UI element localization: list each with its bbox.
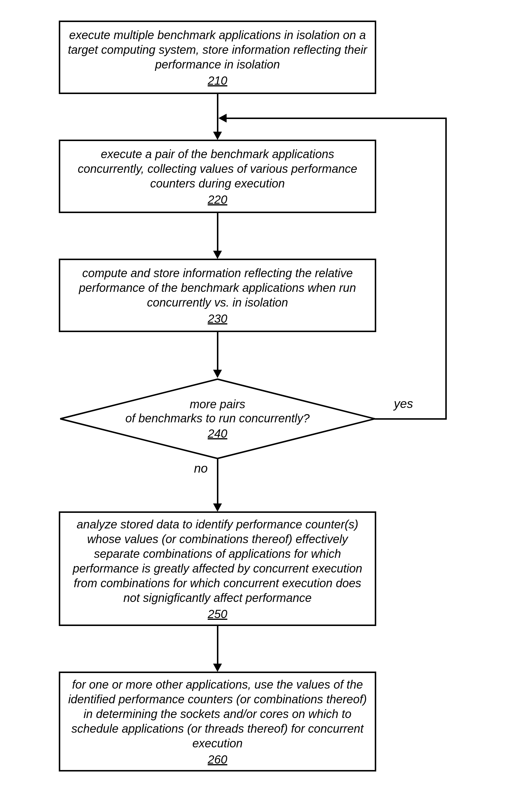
- feedback-v: [445, 118, 447, 420]
- box-250-num: 250: [208, 607, 228, 621]
- box-230: compute and store information reflecting…: [59, 259, 376, 332]
- arrow-240-250: [217, 458, 219, 504]
- box-220-text: execute a pair of the benchmark applicat…: [66, 147, 369, 191]
- box-260-num: 260: [208, 753, 228, 766]
- box-230-text: compute and store information reflecting…: [66, 266, 369, 310]
- box-250: analyze stored data to identify performa…: [59, 511, 376, 626]
- decision-240-content: more pairs of benchmarks to run concurre…: [59, 378, 376, 460]
- arrow-head-230-240: [213, 370, 222, 378]
- box-210-num: 210: [208, 74, 228, 87]
- box-250-text: analyze stored data to identify performa…: [66, 517, 369, 605]
- box-230-num: 230: [208, 312, 228, 325]
- feedback-h2: [226, 118, 447, 119]
- arrow-head-210-220: [213, 132, 222, 140]
- box-210-text: execute multiple benchmark applications …: [66, 28, 369, 72]
- arrow-210-220: [217, 94, 219, 132]
- box-210: execute multiple benchmark applications …: [59, 21, 376, 94]
- arrow-230-240: [217, 332, 219, 370]
- box-220: execute a pair of the benchmark applicat…: [59, 140, 376, 213]
- arrow-head-240-250: [213, 503, 222, 512]
- decision-240-line2: of benchmarks to run concurrently?: [126, 411, 310, 425]
- arrow-head-250-260: [213, 664, 222, 672]
- decision-240: more pairs of benchmarks to run concurre…: [59, 378, 376, 460]
- label-no: no: [194, 461, 208, 476]
- feedback-h1: [375, 418, 447, 420]
- arrow-head-220-230: [213, 251, 222, 259]
- decision-240-num: 240: [208, 426, 228, 440]
- box-260: for one or more other applications, use …: [59, 672, 376, 771]
- box-260-text: for one or more other applications, use …: [66, 677, 369, 751]
- arrow-250-260: [217, 626, 219, 664]
- feedback-arrow-head: [219, 114, 227, 123]
- arrow-220-230: [217, 213, 219, 251]
- box-220-num: 220: [208, 193, 228, 206]
- label-yes: yes: [394, 397, 413, 411]
- decision-240-line1: more pairs: [190, 397, 246, 411]
